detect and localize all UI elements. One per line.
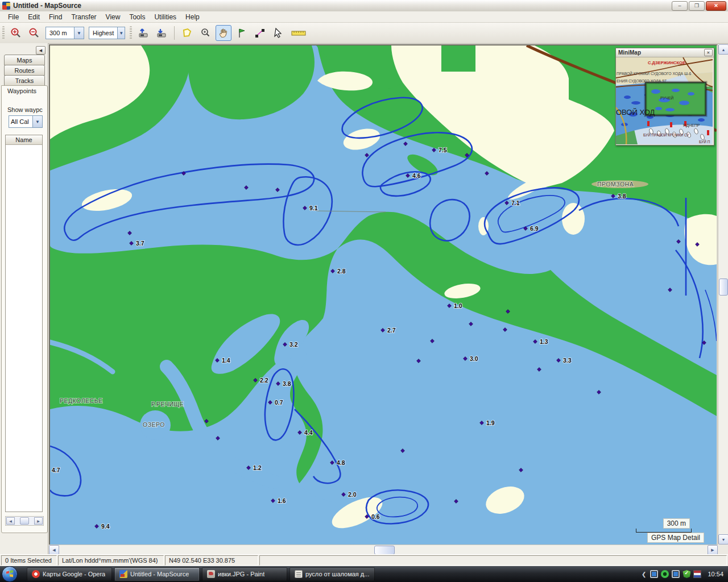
map-scale-value: 300 m [46, 30, 74, 36]
toolbar-grip[interactable] [2, 26, 5, 40]
taskbar-task-mapsource[interactable]: Untitled - MapSource [114, 567, 200, 581]
tab-tracks[interactable]: Tracks [4, 75, 45, 86]
category-filter-combobox[interactable]: All Cal ▼ [9, 115, 43, 128]
task-label: ивки.JPG - Paint [218, 571, 264, 577]
taskbar-task-opera[interactable]: Карты Google - Opera [27, 567, 112, 581]
chevron-down-icon[interactable]: ▼ [32, 116, 42, 127]
taskbar-task-paint[interactable]: ивки.JPG - Paint [202, 567, 287, 581]
zoom-in-icon[interactable] [8, 25, 24, 41]
tab-waypoints[interactable]: Waypoints [2, 86, 47, 94]
minimize-button[interactable]: – [672, 1, 688, 11]
app-icon [2, 2, 10, 10]
route-tool-icon[interactable] [252, 25, 268, 41]
hide-tray-icons-icon[interactable]: ❮ [642, 571, 646, 577]
waypoint-list[interactable]: Name [5, 135, 43, 512]
task-label: русло от шаломая д... [305, 571, 369, 577]
items-selected-status: 0 Items Selected [1, 555, 57, 566]
scroll-right-icon[interactable]: ▶ [34, 517, 43, 525]
scroll-down-icon[interactable]: ▼ [718, 534, 728, 544]
selection-arrow-tool-icon[interactable] [270, 25, 286, 41]
mapsource-icon [119, 570, 127, 578]
depth-label: 3.0 [470, 355, 478, 362]
close-button[interactable]: ✕ [706, 1, 726, 11]
scroll-thumb[interactable] [20, 517, 29, 525]
depth-label: 0.6 [371, 513, 380, 520]
display-icon[interactable] [672, 570, 680, 578]
scroll-thumb[interactable] [374, 546, 395, 555]
network-icon[interactable] [650, 570, 658, 578]
depth-label: 1.0 [454, 302, 462, 309]
window-title: Untitled - MapSource [13, 2, 81, 10]
detail-level-combobox[interactable]: Highest ▼ [89, 27, 125, 39]
paint-icon [207, 570, 215, 578]
depth-label: 2.7 [387, 327, 396, 334]
menu-find[interactable]: Find [44, 12, 67, 22]
toolbar-grip[interactable] [130, 26, 132, 40]
scroll-thumb[interactable] [719, 278, 728, 296]
zoom-out-icon[interactable] [26, 25, 42, 41]
zoom-region-tool-icon[interactable] [197, 25, 213, 41]
waypoint-list-hscrollbar[interactable]: ◀ ▶ [5, 516, 44, 526]
minimap-close-icon[interactable]: ✕ [704, 49, 713, 56]
show-waypoints-label: Show waypc [7, 106, 46, 113]
tab-maps[interactable]: Maps [4, 55, 45, 65]
category-filter-value: All Cal [9, 118, 32, 125]
menu-edit[interactable]: Edit [23, 12, 44, 22]
taskbar-task-document[interactable]: русло от шаломая д... [289, 567, 375, 581]
restore-button[interactable]: ❐ [689, 1, 705, 11]
menu-file[interactable]: File [3, 12, 23, 22]
minimap-label: ЕНИЯ СУДОВОГО ХОДА 97 [617, 79, 667, 84]
depth-label: 1.4 [222, 357, 230, 364]
menu-transfer[interactable]: Transfer [67, 12, 101, 22]
title-bar: Untitled - MapSource – ❐ ✕ [0, 0, 728, 12]
document-icon [295, 570, 303, 578]
system-tray: ❮ 10:54 [642, 570, 728, 578]
name-column-header[interactable]: Name [6, 135, 42, 145]
antivirus-shield-icon[interactable] [682, 570, 690, 578]
sidebar-collapse-icon[interactable]: ◀ [36, 46, 46, 55]
scroll-left-icon[interactable]: ◀ [6, 517, 15, 525]
hand-pan-tool-icon[interactable] [216, 25, 231, 41]
chevron-down-icon[interactable]: ▼ [74, 27, 84, 39]
map-horizontal-scrollbar[interactable]: ◀ ▶ [49, 544, 718, 555]
agent-status-icon[interactable] [661, 570, 669, 578]
menu-help[interactable]: Help [181, 12, 204, 22]
map-vertical-scrollbar[interactable]: ▲ ▼ [718, 44, 728, 544]
task-label: Карты Google - Opera [43, 571, 105, 577]
send-to-device-icon[interactable] [135, 25, 151, 41]
map-tool-icon[interactable] [179, 25, 195, 41]
minimap-panel[interactable]: MiniMap ✕ [615, 48, 714, 146]
map-scale-combobox[interactable]: 300 m ▼ [46, 27, 84, 39]
menu-utilities[interactable]: Utilities [150, 12, 181, 22]
depth-label: 4.6 [412, 172, 421, 179]
language-flag-icon[interactable] [693, 570, 701, 578]
depth-label: 4.8 [337, 459, 345, 466]
waypoint-flag-tool-icon[interactable] [234, 25, 250, 41]
menu-view[interactable]: View [101, 12, 125, 22]
menu-tools[interactable]: Tools [125, 12, 150, 22]
minimap-title: MiniMap [618, 49, 641, 56]
depth-label: 2.8 [337, 268, 346, 275]
minimap-rendering: С.ДЗЕРЖИНСКОЕПРАВОЙ КРОМКИ СУДОВОГО ХОДА… [616, 57, 713, 144]
map-scale-bar [636, 529, 692, 533]
receive-from-device-icon[interactable] [154, 25, 169, 41]
scroll-up-icon[interactable]: ▲ [718, 44, 728, 55]
place-label: ПРОМЗОНА [597, 181, 634, 188]
distance-ruler-tool-icon[interactable] [288, 25, 309, 41]
taskbar-clock: 10:54 [708, 571, 723, 577]
tab-routes[interactable]: Routes [4, 65, 45, 76]
chevron-down-icon[interactable]: ▼ [117, 27, 125, 39]
depth-label: 9.4 [101, 523, 110, 530]
minimap-label: С.ДЗЕРЖИНСКОЕ [648, 60, 685, 65]
minimap-title-bar[interactable]: MiniMap ✕ [616, 48, 714, 57]
depth-label: 9.1 [309, 205, 318, 211]
task-label: Untitled - MapSource [130, 571, 189, 577]
gps-map-detail-label: GPS Map Detail [647, 533, 704, 543]
minimap-label: БУЙ П [699, 139, 710, 144]
status-bar: 0 Items Selected Lat/Lon hddd°mm.mmm'(WG… [0, 554, 728, 566]
start-button[interactable] [2, 566, 18, 582]
depth-label: 2.2 [260, 377, 268, 384]
toolbar-separator [174, 26, 175, 40]
minimap-label: БУЙ ПРАВОЙ КРОМКИ СУ [643, 132, 689, 137]
map-canvas[interactable]: 7.54.69.17.13.86.93.72.81.02.73.21.31.43… [49, 44, 718, 546]
